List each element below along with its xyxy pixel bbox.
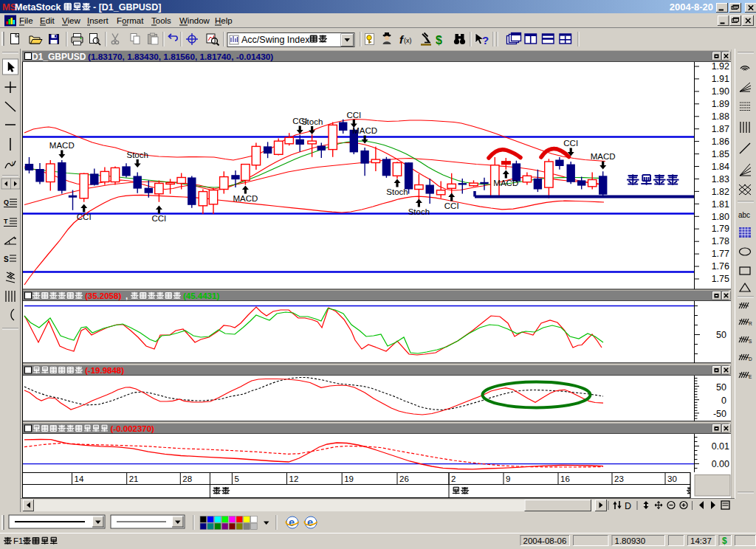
svg-text:21: 21 bbox=[129, 474, 139, 483]
svg-text:1.83: 1.83 bbox=[712, 174, 729, 184]
svg-text:-50: -50 bbox=[713, 409, 726, 419]
svg-text:(1.83170, 1.83430, 1.81560, 1.: (1.83170, 1.83430, 1.81560, 1.81740, -0.… bbox=[88, 52, 273, 62]
svg-text:MACD: MACD bbox=[233, 194, 258, 203]
svg-text:5: 5 bbox=[234, 474, 238, 483]
svg-text:MetaStock: MetaStock bbox=[15, 2, 61, 13]
svg-text:1.75: 1.75 bbox=[712, 274, 729, 284]
svg-text:Acc/Swing Index: Acc/Swing Index bbox=[241, 35, 310, 45]
svg-text:1.91: 1.91 bbox=[712, 74, 729, 84]
svg-text:0.00: 0.00 bbox=[712, 459, 729, 469]
svg-text:Stoch: Stoch bbox=[408, 207, 430, 216]
svg-text:16: 16 bbox=[560, 474, 570, 483]
svg-text:MACD: MACD bbox=[591, 152, 616, 161]
svg-text:S: S bbox=[749, 339, 752, 344]
svg-text:2004-08-06: 2004-08-06 bbox=[523, 536, 567, 545]
svg-text:abc: abc bbox=[738, 211, 750, 219]
svg-text:Edit: Edit bbox=[40, 16, 55, 25]
svg-text:T: T bbox=[4, 218, 8, 225]
svg-text:CCI: CCI bbox=[346, 111, 361, 120]
svg-text:12: 12 bbox=[289, 474, 299, 483]
svg-text:Stoch: Stoch bbox=[126, 151, 148, 159]
svg-text:30: 30 bbox=[667, 474, 677, 483]
svg-text:(-19.9848): (-19.9848) bbox=[85, 366, 124, 375]
svg-text:e: e bbox=[289, 517, 295, 528]
svg-text:19: 19 bbox=[344, 474, 354, 483]
svg-text:D: D bbox=[749, 356, 752, 362]
svg-text:(35.2058): (35.2058) bbox=[85, 291, 121, 300]
svg-text:?: ? bbox=[482, 34, 489, 46]
svg-text:Stoch: Stoch bbox=[386, 187, 408, 196]
svg-text:D: D bbox=[625, 501, 631, 511]
svg-text:1.78: 1.78 bbox=[712, 236, 729, 246]
svg-text:Format: Format bbox=[117, 16, 144, 25]
svg-text:1.79: 1.79 bbox=[712, 224, 729, 234]
svg-text:(45.4431): (45.4431) bbox=[183, 291, 219, 300]
svg-text:2: 2 bbox=[451, 474, 456, 483]
svg-text:(-0.002370): (-0.002370) bbox=[111, 424, 155, 433]
svg-text:CCI: CCI bbox=[77, 213, 92, 221]
svg-text:0.01: 0.01 bbox=[712, 441, 729, 452]
svg-text:1.80930: 1.80930 bbox=[615, 536, 646, 545]
svg-text:Stoch: Stoch bbox=[301, 117, 323, 126]
svg-text:S: S bbox=[4, 255, 9, 263]
svg-text:Help: Help bbox=[215, 16, 233, 25]
svg-text:Q: Q bbox=[4, 198, 9, 206]
svg-text:$: $ bbox=[722, 536, 727, 546]
svg-text:MACD: MACD bbox=[49, 141, 75, 150]
svg-text:1.76: 1.76 bbox=[712, 261, 729, 272]
svg-text:,: , bbox=[126, 291, 128, 300]
svg-text:9: 9 bbox=[506, 474, 510, 483]
svg-text:D1_GBPUSD: D1_GBPUSD bbox=[32, 52, 86, 62]
svg-text:L: L bbox=[12, 161, 15, 166]
svg-text:23: 23 bbox=[614, 474, 624, 483]
svg-text:1.87: 1.87 bbox=[712, 124, 729, 134]
svg-text:0: 0 bbox=[721, 396, 726, 406]
svg-text:1.84: 1.84 bbox=[712, 162, 729, 172]
svg-text:CCI: CCI bbox=[563, 139, 578, 148]
svg-text:e: e bbox=[307, 517, 313, 528]
svg-text:Tools: Tools bbox=[151, 16, 171, 25]
svg-text:1.89: 1.89 bbox=[712, 99, 729, 109]
svg-text:1.81: 1.81 bbox=[712, 199, 729, 210]
svg-text:1.86: 1.86 bbox=[712, 137, 729, 147]
svg-text:View: View bbox=[62, 16, 80, 25]
svg-text:50: 50 bbox=[716, 330, 726, 340]
svg-text:1.77: 1.77 bbox=[712, 249, 729, 259]
svg-text:CCI: CCI bbox=[151, 214, 166, 223]
svg-text:MACD: MACD bbox=[493, 179, 518, 187]
svg-text:E: E bbox=[749, 374, 752, 379]
svg-text:File: File bbox=[19, 16, 33, 25]
svg-text:MACD: MACD bbox=[352, 126, 377, 135]
svg-text:R: R bbox=[749, 321, 752, 326]
svg-text:2004-8-20: 2004-8-20 bbox=[670, 1, 713, 13]
svg-text:CCI: CCI bbox=[444, 201, 459, 210]
svg-text:1.92: 1.92 bbox=[712, 61, 729, 72]
svg-text:F1: F1 bbox=[13, 536, 23, 545]
svg-text:Window: Window bbox=[179, 16, 210, 25]
svg-text:1.85: 1.85 bbox=[712, 149, 729, 159]
svg-text:1.80: 1.80 bbox=[712, 212, 729, 222]
svg-text:1.90: 1.90 bbox=[712, 86, 729, 97]
svg-text:26: 26 bbox=[399, 474, 409, 483]
svg-text:- [D1_GBPUSD]: - [D1_GBPUSD] bbox=[93, 2, 161, 13]
svg-text:1.82: 1.82 bbox=[712, 187, 729, 197]
svg-text:14: 14 bbox=[75, 474, 84, 483]
svg-text:14:37: 14:37 bbox=[690, 536, 712, 545]
svg-text:(x): (x) bbox=[404, 37, 412, 44]
svg-text:50: 50 bbox=[716, 382, 726, 393]
svg-text:Insert: Insert bbox=[87, 16, 109, 25]
svg-text:$: $ bbox=[436, 34, 442, 46]
svg-text:28: 28 bbox=[182, 474, 192, 483]
svg-text:1.88: 1.88 bbox=[712, 111, 729, 122]
